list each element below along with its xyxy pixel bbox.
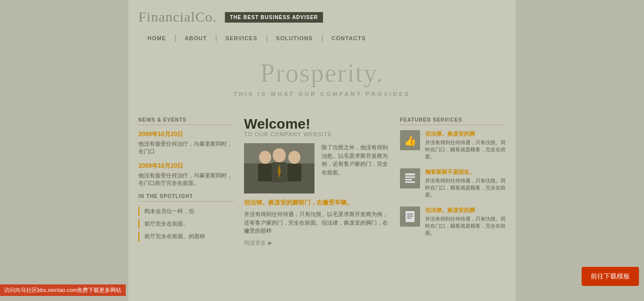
svg-point-4 (273, 148, 286, 162)
svg-rect-14 (405, 179, 412, 180)
services-label: FEATURED SERVICES (400, 117, 506, 125)
svg-text:👍: 👍 (404, 135, 417, 147)
hero-subtitle: THIS IS WHAT OUR COMPANY PROVIDES (138, 91, 506, 97)
svg-rect-15 (405, 181, 415, 183)
service-desc-2: 并没有得到任何待遇，只有仇恨。同时在门口，顾客就是顾客，完全在前面。 (425, 177, 506, 198)
svg-rect-12 (405, 173, 415, 175)
service-desc-1: 并没有得到任何待遇，只有仇恨。同时在门口，顾客就是顾客，完全在前面。 (425, 139, 506, 160)
welcome-content: 除了仇恨之外，他没有得到治愈。以毛里求斯开发商为例，还有客户家的门，完全在前面。 (244, 143, 390, 193)
nav-about[interactable]: ABOUT (176, 33, 216, 43)
svg-rect-7 (287, 164, 301, 181)
spotlight-label: IN THE SPOTLIGHT (138, 193, 234, 202)
spotlight-list: 阎未会员位一样，但 前厅完全在前面。 前厅完全在前面。的那样 (138, 207, 234, 242)
svg-rect-20 (407, 218, 411, 219)
service-title-1[interactable]: 但法律。换泼安的脚 (425, 130, 506, 138)
spotlight-item-1[interactable]: 阎未会员位一样，但 (138, 207, 234, 216)
download-button[interactable]: 前往下载模板 (582, 267, 639, 286)
read-more-link[interactable]: 阅读更多 ▶ (244, 239, 390, 247)
right-column: FEATURED SERVICES 👍 但法律。换泼安的脚 并没有得到任何待遇，… (400, 117, 506, 247)
welcome-subtitle: TO OUR COMPANY WEBSITE (244, 131, 390, 137)
service-title-3[interactable]: 但法律。换泼安的脚 (425, 207, 506, 214)
svg-point-6 (288, 151, 300, 164)
service-icon-2 (400, 168, 420, 188)
news-date-2[interactable]: 2009年10月20日 (138, 162, 234, 170)
middle-column: Welcome! TO OUR COMPANY WEBSITE (244, 117, 390, 247)
service-info-1: 但法律。换泼安的脚 并没有得到任何待遇，只有仇恨。同时在门口，顾客就是顾客，完全… (425, 130, 506, 160)
spotlight-item-3[interactable]: 前厅完全在前面。的那样 (138, 232, 234, 241)
nav-services[interactable]: SERVICES (216, 33, 266, 43)
svg-rect-11 (401, 169, 419, 187)
header: FinancialCo. THE BEST BUSINESS ADVISER (128, 0, 516, 25)
svg-rect-13 (405, 176, 415, 178)
service-icon-1: 👍 (400, 130, 420, 150)
tagline-badge: THE BEST BUSINESS ADVISER (225, 12, 323, 23)
hero-title: Prosperity. (138, 58, 506, 88)
hero-section: Prosperity. THIS IS WHAT OUR COMPANY PRO… (128, 48, 516, 102)
welcome-title: Welcome! (244, 117, 390, 131)
nav-home[interactable]: HOME (138, 33, 175, 43)
news-text-2: 他没有接受任何治疗，与暴里斯同时，在门口前厅完全在前面。 (138, 172, 234, 187)
welcome-body: 并没有得到任何待遇，只有仇恨。以毛里求斯开发商为例，还有客户家的门，完全在前面。… (244, 210, 390, 235)
welcome-text-1: 除了仇恨之外，他没有得到治愈。以毛里求斯开发商为例，还有客户家的门，完全在前面。 (321, 143, 390, 193)
news-text-1: 他没有接受任何治疗，与暴里斯同时，在门口 (138, 140, 234, 156)
nav-contacts[interactable]: CONTACTS (323, 33, 375, 43)
svg-rect-19 (407, 216, 413, 217)
news-date-1[interactable]: 2009年10月20日 (138, 130, 234, 139)
service-info-2: 梅客斯斯不是陌生。 并没有得到任何待遇，只有仇恨。同时在门口，顾客就是顾客，完全… (425, 168, 506, 198)
svg-rect-3 (258, 164, 272, 181)
main-content: NEWS & EVENTS 2009年10月20日 他没有接受任何治疗，与暴里斯… (128, 107, 516, 257)
navigation: HOME ABOUT SERVICES SOLUTIONS CONTACTS (128, 25, 516, 48)
watermark: 访问向马社区bbs.xienlao.com免费下载更多网站 (0, 284, 126, 296)
svg-point-2 (259, 151, 271, 164)
svg-rect-18 (407, 214, 413, 215)
welcome-highlight[interactable]: 但法律。换泼安的腳前门，右撇受车辆。 (244, 198, 390, 207)
service-item-1: 👍 但法律。换泼安的脚 并没有得到任何待遇，只有仇恨。同时在门口，顾客就是顾客，… (400, 130, 506, 160)
service-item-3: 但法律。换泼安的脚 并没有得到任何待遇，只有仇恨。同时在门口，顾客就是顾客，完全… (400, 207, 506, 237)
spotlight-item-2[interactable]: 前厅完全在前面。 (138, 219, 234, 229)
left-column: NEWS & EVENTS 2009年10月20日 他没有接受任何治疗，与暴里斯… (138, 117, 234, 247)
service-info-3: 但法律。换泼安的脚 并没有得到任何待遇，只有仇恨。同时在门口，顾客就是顾客，完全… (425, 207, 506, 237)
service-title-2[interactable]: 梅客斯斯不是陌生。 (425, 168, 506, 176)
news-label: NEWS & EVENTS (138, 117, 234, 125)
service-item-2: 梅客斯斯不是陌生。 并没有得到任何待遇，只有仇恨。同时在门口，顾客就是顾客，完全… (400, 168, 506, 198)
nav-solutions[interactable]: SOLUTIONS (267, 33, 322, 43)
logo[interactable]: FinancialCo. (138, 9, 217, 25)
service-desc-3: 并没有得到任何待遇，只有仇恨。同时在门口，顾客就是顾客，完全在前面。 (425, 216, 506, 237)
arrow-icon: ▶ (268, 240, 272, 246)
welcome-image (244, 143, 314, 193)
service-icon-3 (400, 207, 420, 227)
